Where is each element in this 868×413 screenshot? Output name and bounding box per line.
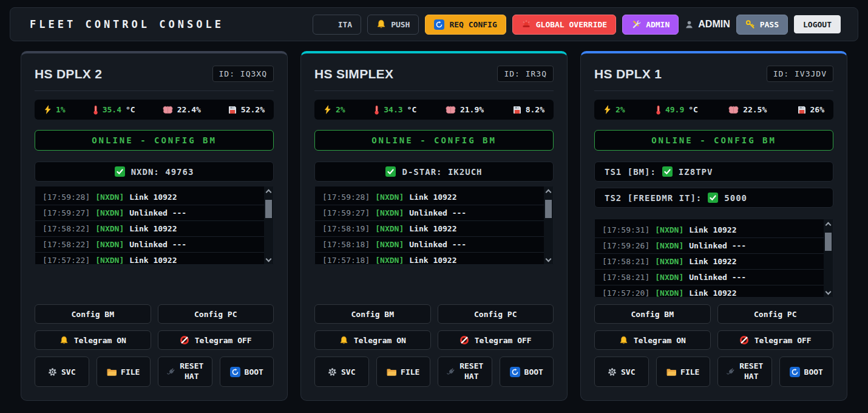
log-panel: [17:59:28][NXDN]Link 10922 [17:59:27][NX… bbox=[314, 186, 554, 265]
scroll-up-icon[interactable] bbox=[266, 189, 272, 196]
boot-button[interactable]: BOOT bbox=[220, 357, 274, 387]
scroll-down-icon[interactable] bbox=[546, 256, 552, 262]
thermometer-icon bbox=[656, 105, 661, 115]
disk-value: 26% bbox=[810, 105, 824, 114]
mode-value: 5000 bbox=[724, 193, 747, 203]
log-scrollbar[interactable] bbox=[544, 186, 553, 264]
power-stat: 2% bbox=[603, 105, 625, 114]
reset-hat-label: RESET HAT bbox=[739, 361, 763, 382]
user-icon bbox=[685, 20, 694, 29]
log-tag: [NXDN] bbox=[655, 273, 683, 282]
hotspot-card-hs-dplx-1: HS DPLX 1 ID: IV3JDV 2% 49.9°C 22.5% 26%… bbox=[580, 51, 847, 401]
log-message: Link 10922 bbox=[129, 193, 177, 202]
file-button[interactable]: FILE bbox=[656, 357, 711, 387]
boot-button[interactable]: BOOT bbox=[500, 357, 554, 387]
thermometer-icon bbox=[374, 105, 379, 115]
temperature-value: 49.9 bbox=[665, 105, 684, 114]
file-label: FILE bbox=[121, 367, 140, 377]
scroll-up-icon[interactable] bbox=[826, 222, 832, 228]
svc-button[interactable]: SVC bbox=[594, 357, 649, 387]
fleet-cards: HS DPLX 2 ID: IQ3XQ 1% 35.4°C 22.4% 52.2… bbox=[21, 51, 847, 401]
telegram-off-button[interactable]: Telegram OFF bbox=[438, 330, 554, 350]
log-time: [17:57:20] bbox=[602, 288, 649, 298]
admin-button[interactable]: ADMIN bbox=[622, 15, 679, 35]
refresh-icon bbox=[510, 367, 520, 377]
telegram-on-button[interactable]: Telegram ON bbox=[314, 330, 431, 350]
log-row: [17:59:27][NXDN]Unlinked --- bbox=[315, 205, 544, 221]
req-config-button[interactable]: REQ CONFIG bbox=[425, 15, 506, 35]
push-button[interactable]: PUSH bbox=[367, 15, 419, 35]
bolt-icon bbox=[324, 105, 331, 114]
file-button[interactable]: FILE bbox=[97, 357, 151, 387]
svc-label: SVC bbox=[621, 367, 635, 377]
no-entry-icon bbox=[459, 335, 469, 345]
log-time: [17:59:26] bbox=[602, 241, 649, 250]
logout-label: LOGOUT bbox=[803, 20, 832, 29]
power-stat: 1% bbox=[44, 105, 66, 114]
key-icon bbox=[745, 19, 755, 29]
mode-value: D-STAR: IK2UCH bbox=[402, 167, 482, 177]
telegram-off-button[interactable]: Telegram OFF bbox=[717, 330, 834, 350]
scrollbar-thumb[interactable] bbox=[825, 233, 832, 251]
reset-hat-button[interactable]: RESET HAT bbox=[438, 357, 492, 387]
telegram-off-label: Telegram OFF bbox=[475, 336, 532, 345]
power-value: 2% bbox=[615, 105, 625, 114]
bell-icon bbox=[59, 336, 69, 345]
temperature-unit: °C bbox=[688, 105, 698, 114]
log-message: Link 10922 bbox=[689, 225, 736, 234]
config-bm-label: Config BM bbox=[631, 310, 674, 319]
telegram-on-label: Telegram ON bbox=[354, 336, 406, 345]
status-banner: ONLINE - CONFIG BM bbox=[35, 130, 274, 151]
scroll-down-icon[interactable] bbox=[266, 256, 272, 262]
log-scrollbar[interactable] bbox=[264, 186, 273, 264]
scrollbar-thumb[interactable] bbox=[545, 200, 552, 218]
log-rows: [17:59:31][NXDN]Link 10922 [17:59:26][NX… bbox=[595, 219, 824, 297]
log-scrollbar[interactable] bbox=[824, 219, 833, 297]
log-time: [17:58:19] bbox=[322, 224, 370, 233]
logout-button[interactable]: LOGOUT bbox=[794, 15, 841, 33]
check-icon bbox=[385, 166, 396, 177]
scroll-down-icon[interactable] bbox=[826, 289, 832, 295]
config-bm-button[interactable]: Config BM bbox=[35, 304, 151, 324]
boot-label: BOOT bbox=[524, 367, 543, 377]
boot-button[interactable]: BOOT bbox=[779, 357, 834, 387]
config-bm-button[interactable]: Config BM bbox=[594, 304, 711, 324]
temperature-stat: 49.9°C bbox=[656, 105, 698, 115]
config-pc-button[interactable]: Config PC bbox=[717, 304, 834, 324]
top-bar: FLEET CONTROL CONSOLE ITA PUSH REQ CONFI… bbox=[10, 7, 858, 41]
telegram-off-button[interactable]: Telegram OFF bbox=[158, 330, 274, 350]
reset-hat-button[interactable]: RESET HAT bbox=[158, 357, 212, 387]
telegram-on-button[interactable]: Telegram ON bbox=[35, 330, 151, 350]
plug-icon bbox=[446, 367, 455, 377]
admin-button-label: ADMIN bbox=[646, 20, 670, 29]
stats-bar: 1% 35.4°C 22.4% 52.2% bbox=[35, 100, 274, 120]
reset-hat-label: RESET HAT bbox=[180, 361, 203, 382]
config-pc-button[interactable]: Config PC bbox=[438, 304, 554, 324]
config-bm-label: Config BM bbox=[351, 310, 394, 319]
config-pc-label: Config PC bbox=[754, 310, 796, 319]
scrollbar-thumb[interactable] bbox=[265, 200, 272, 218]
reset-hat-button[interactable]: RESET HAT bbox=[717, 357, 772, 387]
global-override-button[interactable]: GLOBAL OVERRIDE bbox=[512, 15, 616, 35]
config-pc-button[interactable]: Config PC bbox=[158, 304, 274, 324]
log-tag: [NXDN] bbox=[655, 257, 683, 266]
log-message: Link 10922 bbox=[129, 256, 177, 265]
power-value: 2% bbox=[336, 105, 345, 114]
language-label: ITA bbox=[338, 20, 352, 29]
bell-icon bbox=[376, 19, 386, 29]
config-bm-button[interactable]: Config BM bbox=[314, 304, 431, 324]
check-icon bbox=[708, 193, 718, 203]
telegram-on-button[interactable]: Telegram ON bbox=[594, 330, 711, 350]
svc-button[interactable]: SVC bbox=[314, 357, 369, 387]
svc-button[interactable]: SVC bbox=[35, 357, 89, 387]
language-button[interactable]: ITA bbox=[313, 15, 361, 35]
boot-label: BOOT bbox=[245, 367, 263, 377]
file-button[interactable]: FILE bbox=[376, 357, 431, 387]
no-entry-icon bbox=[180, 335, 189, 345]
log-row: [17:59:27][NXDN]Unlinked --- bbox=[35, 205, 264, 221]
log-row: [17:57:20][NXDN]Link 10922 bbox=[595, 285, 824, 298]
scroll-up-icon[interactable] bbox=[546, 189, 552, 196]
log-message: Link 10922 bbox=[409, 256, 456, 265]
log-time: [17:58:18] bbox=[322, 240, 370, 249]
pass-button[interactable]: PASS bbox=[736, 15, 788, 35]
